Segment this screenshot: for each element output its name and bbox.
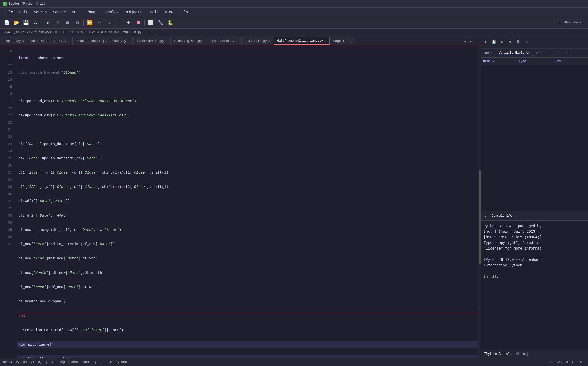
console-line-4: Type "copyright", "credits": [484, 240, 585, 246]
console-panel-header: ⊡ Console 1/A ✕: [481, 211, 588, 221]
size-column-header[interactable]: Size: [552, 60, 588, 63]
line-26: df_new['Week']=df_new['Date'].dt.week: [17, 284, 478, 291]
run-cell-button[interactable]: ⊞: [63, 18, 72, 27]
menu-bar: File Edit Search Source Run Debug Consol…: [0, 8, 588, 17]
new-file-button[interactable]: 📄: [2, 18, 11, 27]
line-numbers: 10 11 12 13 14 15 16 17 18 19 20 21 22 2…: [0, 45, 15, 358]
cell-view-button[interactable]: ⬜: [146, 18, 155, 27]
variable-explorer-tab[interactable]: Variable Explorer: [496, 50, 533, 56]
conda-button[interactable]: 🐍: [166, 18, 175, 27]
tab-close-sd-temp[interactable]: ✕: [68, 39, 69, 43]
app-icon: S: [3, 2, 7, 6]
scrollbar-thumb[interactable]: [479, 170, 481, 264]
import-button[interactable]: ⬇: [482, 39, 489, 46]
right-panel-toolbar: ⬇ 💾 ⧉ 🗑 🔍 ↻: [481, 36, 588, 49]
tab-bar: reg_sd.py ✕ sd_temp_20231114.py ✕ read_a…: [0, 36, 481, 45]
copy-button[interactable]: ⧉: [498, 39, 506, 46]
tab-next-button[interactable]: ▶: [468, 38, 473, 45]
menu-debug[interactable]: Debug: [82, 9, 98, 15]
console-output[interactable]: Python 3.11.4 | packaged by Inc. | (main…: [481, 221, 588, 350]
step-button[interactable]: ↪: [95, 18, 104, 27]
code-editor[interactable]: 10 11 12 13 14 15 16 17 18 19 20 21 22 2…: [0, 45, 481, 358]
menu-view[interactable]: View: [162, 9, 176, 15]
co-tab[interactable]: Co...: [564, 50, 579, 56]
console-tab-close[interactable]: ✕: [513, 214, 515, 218]
debug-run-button[interactable]: ⏩: [85, 18, 94, 27]
tab-prev-button[interactable]: ◀: [462, 38, 468, 45]
line-27: df_new=df_new.dropna(): [17, 298, 478, 305]
tab-close-untitled[interactable]: ✕: [236, 39, 238, 43]
console-line-2: Inc. | (main, Jul 5 2023,: [484, 229, 585, 234]
step-into-button[interactable]: ↓: [105, 18, 114, 27]
line-19: df2['AAPL']=(df2['Close']-df2['Close'].s…: [17, 183, 478, 191]
toolbar-separator-2: [83, 20, 84, 26]
help-tab[interactable]: Help: [482, 50, 496, 56]
tab-close-read-accounting[interactable]: ✕: [128, 39, 129, 43]
code-content[interactable]: import seaborn as sns #plt.switch_backen…: [15, 45, 478, 358]
continue-button[interactable]: ⏭: [124, 18, 133, 27]
tab-close-read-file[interactable]: ✕: [268, 39, 270, 43]
line-17: df2['Date']=pd.to_datetime(df2['Date']): [17, 155, 478, 162]
files-tab[interactable]: Files: [548, 50, 564, 56]
tab-label-plotly-graph: Plotly_graph.py: [174, 39, 202, 43]
tab-label-read-file: Read_file.py: [245, 39, 267, 43]
tab-close-dataframe-multivariate[interactable]: ✕: [324, 39, 326, 42]
save-data-button[interactable]: 💾: [490, 39, 497, 46]
tab-close-plotly-graph[interactable]: ✕: [204, 39, 205, 43]
history-tab[interactable]: History: [514, 352, 531, 356]
tab-read-file[interactable]: Read_file.py ✕: [241, 37, 273, 45]
stop-button[interactable]: ⏹: [134, 18, 143, 27]
console-window-toggle[interactable]: ⊡: [482, 213, 489, 219]
tab-sd-temp[interactable]: sd_temp_20231114.py ✕: [28, 37, 72, 45]
tab-reg-sd[interactable]: reg_sd.py ✕: [1, 37, 27, 45]
menu-run[interactable]: Run: [69, 9, 81, 15]
editor-scrollbar[interactable]: [478, 45, 481, 358]
menu-file[interactable]: File: [2, 9, 16, 15]
type-column-header[interactable]: Type: [517, 60, 553, 63]
menu-tools[interactable]: Tools: [145, 9, 161, 15]
line-16: df1['Date']=pd.to_datetime(df1['Date']): [17, 140, 478, 148]
line-12: [17, 83, 478, 90]
plots-tab[interactable]: Plots: [533, 50, 548, 56]
run-button[interactable]: ▶: [44, 18, 53, 27]
name-column-header[interactable]: Name ▲: [481, 60, 517, 63]
tab-dataframe-op[interactable]: dataframe_op.py ✕: [133, 37, 171, 45]
tab-untitled[interactable]: untitled0.py ✕: [209, 37, 241, 45]
title-bar: S Spyder (Python 3.11): [0, 0, 588, 8]
console-line-3: [MSC v.1916 64 bit (AMD64)]: [484, 234, 585, 240]
tab-wage-multi[interactable]: Wage_multi: [330, 37, 355, 45]
line-30: fig=plt.figure(): [17, 341, 478, 348]
editor-area: reg_sd.py ✕ sd_temp_20231114.py ✕ read_a…: [0, 36, 481, 358]
tab-plotly-graph[interactable]: Plotly_graph.py ✕: [171, 37, 209, 45]
menu-projects[interactable]: Projects: [122, 9, 144, 15]
console-prompt[interactable]: In [1]:: [484, 274, 585, 279]
menu-edit[interactable]: Edit: [17, 9, 31, 15]
search-var-button[interactable]: 🔍: [515, 39, 522, 46]
line-23: df_new['Date']=pd.to_datetime(df_new['Da…: [17, 241, 478, 248]
tab-close-dataframe-op[interactable]: ✕: [166, 39, 167, 43]
refresh-button[interactable]: ↻: [523, 39, 530, 46]
line-11: #plt.switch_backend('Qt5Agg'): [17, 69, 478, 76]
menu-consoles[interactable]: Consoles: [99, 9, 121, 15]
menu-search[interactable]: Search: [31, 9, 49, 15]
tab-read-accounting[interactable]: read_accounting_20221003.py ✕: [73, 37, 133, 45]
profile-button[interactable]: 🔧: [156, 18, 165, 27]
menu-help[interactable]: Help: [177, 9, 191, 15]
tab-dataframe-multivariate[interactable]: dataframe_multivariate.py ✕: [274, 37, 330, 45]
run-file-button[interactable]: ⊡: [53, 18, 62, 27]
line-15: [17, 126, 478, 133]
console-1a-tab[interactable]: Console 1/A ✕: [489, 213, 518, 219]
tab-close-reg-sd[interactable]: ✕: [22, 39, 24, 43]
right-panel: ⬇ 💾 ⧉ 🗑 🔍 ↻ Help Variable Explorer Plots…: [481, 36, 588, 358]
save-all-button[interactable]: 🗂: [31, 18, 40, 27]
delete-button[interactable]: 🗑: [507, 39, 514, 46]
open-file-button[interactable]: 📂: [12, 18, 21, 27]
tab-label-wage-multi: Wage_multi: [333, 39, 352, 43]
run-cell-next-button[interactable]: ⊟: [73, 18, 82, 27]
menu-source[interactable]: Source: [51, 9, 68, 15]
status-bar: conda (Python 3.11.0) | ⚙ Completions: c…: [0, 358, 588, 366]
save-button[interactable]: 💾: [21, 18, 31, 27]
step-out-button[interactable]: ↑: [114, 18, 123, 27]
ipython-console-tab[interactable]: IPython Console: [482, 352, 514, 356]
tab-menu-button[interactable]: ≡: [474, 38, 480, 45]
